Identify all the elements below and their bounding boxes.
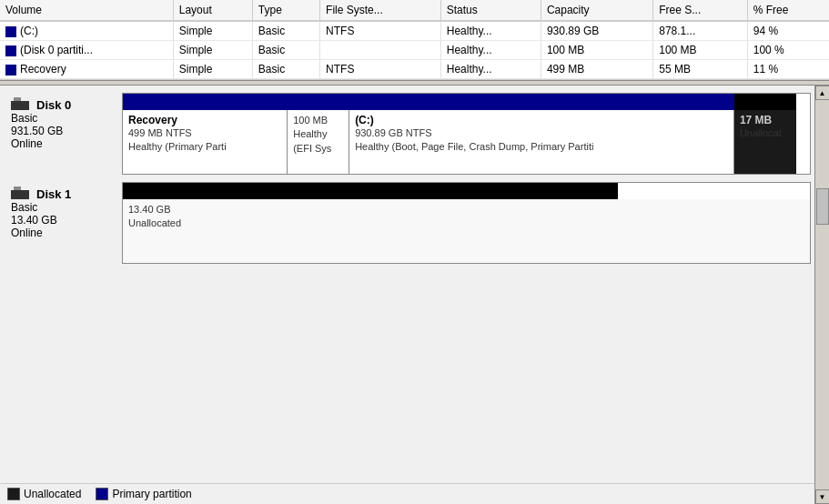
partition[interactable]: 17 MBUnallocat <box>734 110 796 174</box>
bar-segment <box>123 94 288 110</box>
table-cell: 55 MB <box>653 60 747 79</box>
disk-partitions: Recovery499 MB NTFSHealthy (Primary Part… <box>123 110 810 174</box>
legend-primary-label: Primary partition <box>112 488 191 500</box>
disk-label-disk0: Disk 0 Basic 931.50 GB Online <box>4 93 122 175</box>
partition-name: (C:) <box>355 114 728 126</box>
col-header-file_syste___[interactable]: File Syste... <box>320 0 441 21</box>
disk-label-disk1: Disk 1 Basic 13.40 GB Online <box>4 182 122 264</box>
table-cell: Basic <box>252 21 319 41</box>
volume-indicator <box>5 65 16 76</box>
legend-unalloc-box <box>7 488 20 500</box>
disk-type: Basic <box>11 112 115 125</box>
volume-table: VolumeLayoutTypeFile Syste...StatusCapac… <box>0 0 829 79</box>
table-cell: Basic <box>252 60 319 79</box>
content-area: Disk 0 Basic 931.50 GB Online Recovery49… <box>0 86 814 504</box>
table-cell: 100 MB <box>653 41 747 60</box>
table-cell: Basic <box>252 41 319 60</box>
table-cell: 878.1... <box>653 21 747 41</box>
partition-detail2: Unallocated <box>128 217 804 230</box>
right-scrollbar[interactable]: ▲ ▼ <box>814 86 829 504</box>
partition-name: 17 MB <box>740 114 791 126</box>
table-row[interactable]: RecoverySimpleBasicNTFSHealthy...499 MB5… <box>0 60 829 79</box>
disk-partitions: 13.40 GBUnallocated <box>123 199 810 263</box>
disk-bar <box>123 183 810 199</box>
table-cell: Simple <box>173 41 252 60</box>
top-table-section: VolumeLayoutTypeFile Syste...StatusCapac… <box>0 0 829 80</box>
disk-row-disk0: Disk 0 Basic 931.50 GB Online Recovery49… <box>4 93 811 175</box>
partition[interactable]: 13.40 GBUnallocated <box>123 199 810 263</box>
table-cell: NTFS <box>320 21 441 41</box>
disk-type: Basic <box>11 201 115 214</box>
volume-indicator <box>5 45 16 56</box>
main-content: Disk 0 Basic 931.50 GB Online Recovery49… <box>0 86 829 504</box>
disk-map-disk1: 13.40 GBUnallocated <box>122 182 811 264</box>
legend-unalloc-label: Unallocated <box>24 488 81 500</box>
table-cell: (C:) <box>0 21 173 41</box>
col-header-capacity[interactable]: Capacity <box>541 0 652 21</box>
bar-segment <box>618 183 810 199</box>
legend-unallocated: Unallocated <box>7 488 81 500</box>
partition-detail1: 13.40 GB <box>128 203 804 217</box>
col-header-status[interactable]: Status <box>440 0 541 21</box>
scroll-up-arrow[interactable]: ▲ <box>815 86 830 100</box>
partition-detail2: Healthy (EFI Sys <box>293 127 343 156</box>
legend-primary-box <box>96 488 108 500</box>
col-header-volume[interactable]: Volume <box>0 0 173 21</box>
table-cell: 499 MB <box>541 60 652 79</box>
disk-map-disk0: Recovery499 MB NTFSHealthy (Primary Part… <box>122 93 811 175</box>
partition-detail1: Unallocat <box>740 126 791 140</box>
table-cell: 100 MB <box>541 41 652 60</box>
bar-segment <box>734 94 796 110</box>
disk-status: Online <box>11 227 115 239</box>
table-cell: 930.89 GB <box>541 21 652 41</box>
partition[interactable]: 100 MBHealthy (EFI Sys <box>288 110 349 174</box>
partition-detail2: Healthy (Boot, Page File, Crash Dump, Pr… <box>355 140 728 154</box>
scroll-down-arrow[interactable]: ▼ <box>815 489 830 504</box>
disk-icon <box>11 101 29 110</box>
disk-size: 13.40 GB <box>11 214 115 227</box>
table-cell: (Disk 0 partiti... <box>0 41 173 60</box>
table-cell: Simple <box>173 21 252 41</box>
disk-map-section: Disk 0 Basic 931.50 GB Online Recovery49… <box>0 86 814 483</box>
legend: Unallocated Primary partition <box>0 483 814 504</box>
disk-size: 931.50 GB <box>11 125 115 137</box>
disk-name: Disk 1 <box>11 187 115 201</box>
table-cell: Healthy... <box>440 60 541 79</box>
col-header-__free[interactable]: % Free <box>747 0 829 21</box>
partition-detail1: 499 MB NTFS <box>128 126 281 140</box>
bar-segment <box>583 94 734 110</box>
table-row[interactable]: (Disk 0 partiti...SimpleBasicHealthy...1… <box>0 41 829 60</box>
bar-segment <box>288 94 583 110</box>
table-row[interactable]: (C:)SimpleBasicNTFSHealthy...930.89 GB87… <box>0 21 829 41</box>
table-cell: NTFS <box>320 60 441 79</box>
col-header-free_s___[interactable]: Free S... <box>653 0 747 21</box>
volume-indicator <box>5 26 16 37</box>
table-cell: Simple <box>173 60 252 79</box>
bar-segment <box>123 183 618 199</box>
table-cell: Recovery <box>0 60 173 79</box>
legend-primary: Primary partition <box>96 488 191 500</box>
col-header-type[interactable]: Type <box>252 0 319 21</box>
partition-detail1: 930.89 GB NTFS <box>355 126 728 140</box>
table-cell: Healthy... <box>440 41 541 60</box>
table-cell: 94 % <box>747 21 829 41</box>
disk-status: Online <box>11 137 115 150</box>
partition-detail2: Healthy (Primary Parti <box>128 140 281 154</box>
partition-name: Recovery <box>128 114 281 126</box>
col-header-layout[interactable]: Layout <box>173 0 252 21</box>
disk-bar <box>123 94 810 110</box>
partition[interactable]: Recovery499 MB NTFSHealthy (Primary Part… <box>123 110 288 174</box>
scroll-thumb[interactable] <box>816 188 829 225</box>
partition[interactable]: (C:)930.89 GB NTFSHealthy (Boot, Page Fi… <box>349 110 734 174</box>
disk-icon <box>11 190 29 199</box>
disk-name: Disk 0 <box>11 98 115 112</box>
table-cell: Healthy... <box>440 21 541 41</box>
disk-row-disk1: Disk 1 Basic 13.40 GB Online 13.40 GBUna… <box>4 182 811 264</box>
table-cell <box>320 41 441 60</box>
table-cell: 100 % <box>747 41 829 60</box>
partition-detail1: 100 MB <box>293 114 343 127</box>
table-cell: 11 % <box>747 60 829 79</box>
